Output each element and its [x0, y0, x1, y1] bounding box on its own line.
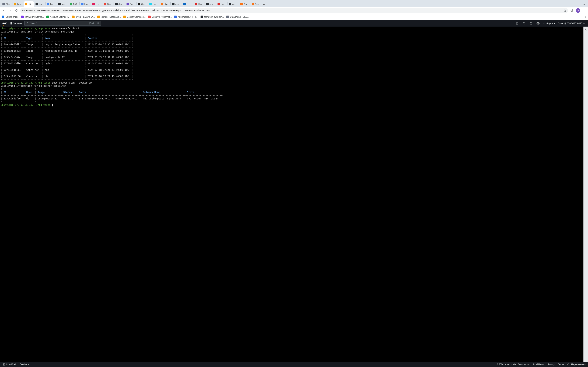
- cloudshell-link[interactable]: CloudShell: [2, 363, 16, 366]
- tab-favicon: [92, 3, 95, 5]
- bookmark-label: Editing article: [5, 16, 18, 18]
- new-tab-button[interactable]: +: [261, 2, 266, 7]
- tab-favicon: [115, 3, 118, 5]
- browser-tab[interactable]: dev: [114, 1, 125, 7]
- bookmark-item[interactable]: mysql - Laravel wi...: [72, 16, 95, 18]
- bookmark-favicon: [148, 16, 151, 18]
- account-menu[interactable]: Ofure @ 3700-1779-0153 ▾: [558, 22, 586, 25]
- bookmark-star-icon[interactable]: [563, 9, 566, 12]
- address-bar[interactable]: us-east-1.console.aws.amazon.com/ec2-ins…: [20, 8, 568, 13]
- bookmark-favicon: [123, 16, 126, 18]
- browser-tab[interactable]: Lau: [13, 1, 23, 7]
- tab-favicon: [81, 3, 84, 5]
- aws-footer: CloudShell Feedback © 2024, Amazon Web S…: [0, 362, 588, 367]
- bookmark-item[interactable]: Account Settings |...: [46, 16, 69, 18]
- chrome-menu-icon[interactable]: [582, 8, 587, 13]
- tab-favicon: [149, 3, 152, 5]
- tab-title: Hov: [198, 3, 202, 5]
- browser-tab[interactable]: sys: [205, 1, 216, 7]
- browser-tab[interactable]: Hov: [148, 1, 159, 7]
- tab-list-button[interactable]: [582, 2, 587, 7]
- aws-console-header: aws◡ Services Search [Option+S] N. Virgi…: [0, 20, 588, 26]
- browser-tab[interactable]: Cha: [1, 1, 12, 7]
- services-menu[interactable]: Services: [10, 22, 22, 25]
- help-icon[interactable]: [529, 21, 533, 25]
- tab-title: Ser: [130, 3, 133, 5]
- bookmark-label: Account Settings |...: [50, 16, 69, 18]
- forward-button[interactable]: [8, 8, 13, 13]
- back-button[interactable]: [1, 8, 6, 13]
- bookmark-item[interactable]: terraform-aws-iam...: [200, 16, 224, 18]
- notifications-icon[interactable]: [522, 21, 526, 25]
- browser-tab[interactable]: ✕: [24, 1, 34, 7]
- browser-tab[interactable]: pre: [57, 1, 68, 7]
- svg-point-12: [538, 23, 538, 24]
- bookmark-favicon: [200, 16, 203, 18]
- bookmarks-bar: Editing articleTerraform: Attemp...Accou…: [0, 14, 588, 20]
- aws-logo[interactable]: aws◡: [2, 22, 7, 25]
- bookmark-item[interactable]: Deploy a Kubernet...: [148, 16, 172, 18]
- browser-tab[interactable]: Cha: [137, 1, 147, 7]
- tab-favicon: [70, 3, 72, 5]
- reload-button[interactable]: [14, 8, 19, 13]
- tab-title: Lau: [17, 3, 21, 5]
- search-shortcut-hint: [Option+S]: [89, 22, 99, 25]
- tab-title: sys: [209, 3, 213, 5]
- bookmarks-overflow-icon[interactable]: »: [585, 15, 586, 18]
- tab-favicon: [14, 3, 16, 5]
- chevron-down-icon: ▾: [554, 22, 555, 25]
- browser-tab[interactable]: Gro: [103, 1, 113, 7]
- url-text: us-east-1.console.aws.amazon.com/ec2-ins…: [26, 9, 562, 12]
- browser-tab[interactable]: (1): [182, 1, 193, 7]
- settings-icon[interactable]: [536, 21, 540, 25]
- tab-favicon: [104, 3, 106, 5]
- bookmark-favicon: [46, 16, 49, 18]
- browser-tab[interactable]: hov: [80, 1, 90, 7]
- browser-tab[interactable]: 1. G: [69, 1, 79, 7]
- region-selector[interactable]: N. Virginia ▾: [543, 22, 555, 25]
- browser-tab[interactable]: Hov: [194, 1, 204, 7]
- profile-avatar[interactable]: S: [576, 8, 580, 13]
- bookmark-label: terraform-aws-iam...: [204, 16, 224, 18]
- svg-point-4: [584, 10, 584, 10]
- cookie-link[interactable]: Cookie preferences: [567, 363, 586, 366]
- tab-title: Tru: [244, 3, 247, 5]
- extensions-icon[interactable]: [570, 8, 574, 13]
- browser-tab[interactable]: http: [160, 1, 170, 7]
- browser-tab[interactable]: dev: [171, 1, 182, 7]
- browser-tab[interactable]: Hov: [216, 1, 227, 7]
- tab-favicon: [195, 3, 197, 5]
- bookmark-label: xampp - Database...: [101, 16, 121, 18]
- bookmark-item[interactable]: xampp - Database...: [97, 16, 121, 18]
- tab-favicon: [25, 3, 27, 5]
- browser-tab[interactable]: hov: [46, 1, 56, 7]
- tab-favicon: [172, 3, 174, 5]
- browser-tab[interactable]: Ser: [125, 1, 136, 7]
- privacy-link[interactable]: Privacy: [548, 363, 554, 366]
- browser-tab[interactable]: dev: [228, 1, 238, 7]
- terms-link[interactable]: Terms: [558, 363, 564, 366]
- svg-marker-2: [564, 9, 566, 12]
- feedback-link[interactable]: Feedback: [20, 363, 29, 366]
- search-icon: [26, 22, 29, 25]
- aws-search-input[interactable]: Search [Option+S]: [24, 21, 101, 26]
- bookmark-item[interactable]: Kubernetes API Re...: [174, 16, 198, 18]
- bookmark-item[interactable]: Editing article: [2, 16, 18, 18]
- bookmark-item[interactable]: Terraform: Attemp...: [21, 16, 44, 18]
- tab-title: hov: [50, 3, 53, 5]
- browser-tab[interactable]: ! La: [91, 1, 102, 7]
- cloudshell-icon[interactable]: [515, 21, 519, 25]
- site-info-icon[interactable]: [22, 9, 25, 12]
- close-icon[interactable]: ✕: [29, 3, 31, 5]
- tab-title: Cha: [6, 3, 10, 5]
- terminal-settings-icon[interactable]: [584, 28, 587, 32]
- tab-title: dev: [39, 3, 42, 5]
- browser-tab[interactable]: Tru: [239, 1, 250, 7]
- tab-favicon: [206, 3, 209, 5]
- tab-title: hov: [84, 3, 88, 5]
- terminal[interactable]: ubuntu@ip-172-31-95-167:~/hng-test$ sudo…: [0, 26, 583, 362]
- bookmark-item[interactable]: Data Plane - EKS...: [226, 16, 249, 18]
- bookmark-item[interactable]: Docker Compose...: [123, 16, 146, 18]
- browser-tab[interactable]: dev: [35, 1, 45, 7]
- browser-tab[interactable]: Dev: [251, 1, 261, 7]
